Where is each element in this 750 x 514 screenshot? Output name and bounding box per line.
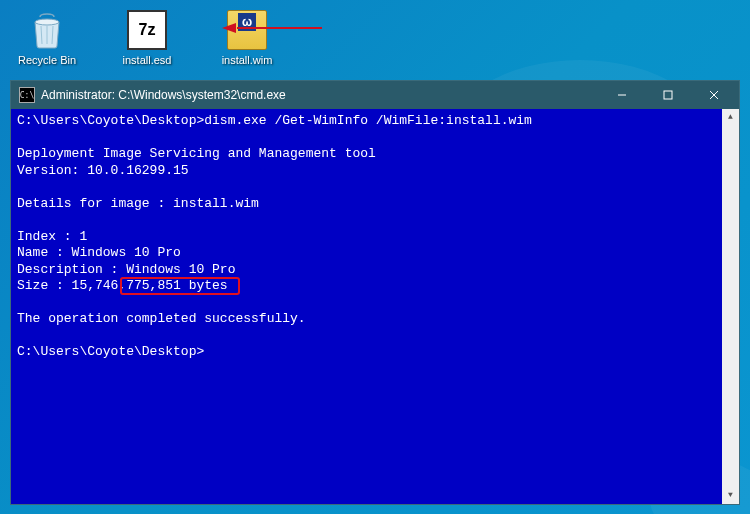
install-wim-icon[interactable]: ω install.wim [212,8,282,66]
cmd-prompt: C:\Users\Coyote\Desktop> [17,344,204,359]
cmd-scrollbar[interactable]: ▲ ▼ [722,109,739,504]
minimize-icon [617,90,627,100]
minimize-button[interactable] [599,81,645,109]
cmd-output-line: Deployment Image Servicing and Managemen… [17,146,376,161]
close-button[interactable] [691,81,737,109]
maximize-button[interactable] [645,81,691,109]
cmd-titlebar[interactable]: C:\ Administrator: C:\Windows\system32\c… [11,81,739,109]
recycle-bin-icon[interactable]: Recycle Bin [12,8,82,66]
cmd-output-line: Name : Windows 10 Pro [17,245,181,260]
cmd-terminal-body[interactable]: C:\Users\Coyote\Desktop>dism.exe /Get-Wi… [11,109,739,504]
svg-point-0 [35,19,59,25]
cmd-output-line: Details for image : install.wim [17,196,259,211]
archive-icon: 7z [127,10,167,50]
icon-label: install.esd [123,54,172,66]
cmd-output-line: Version: 10.0.16299.15 [17,163,189,178]
cmd-output-line: Index : 1 [17,229,87,244]
cmd-command: dism.exe /Get-WimInfo /WimFile:install.w… [204,113,532,128]
cmd-highlighted-value: Windows 10 Pro [126,262,235,277]
install-esd-icon[interactable]: 7z install.esd [112,8,182,66]
svg-rect-7 [664,91,672,99]
cmd-output-line: Size : 15,746,775,851 bytes [17,278,228,293]
cmd-window: C:\ Administrator: C:\Windows\system32\c… [10,80,740,505]
icon-label: install.wim [222,54,273,66]
maximize-icon [663,90,673,100]
cmd-prompt: C:\Users\Coyote\Desktop> [17,113,204,128]
cmd-app-icon: C:\ [19,87,35,103]
trash-icon [25,8,69,52]
annotation-arrow [222,22,322,34]
cmd-output-line: The operation completed successfully. [17,311,306,326]
scroll-track[interactable] [722,126,739,487]
cmd-output-line: Description : [17,262,126,277]
window-title: Administrator: C:\Windows\system32\cmd.e… [41,88,599,102]
svg-marker-5 [222,23,236,33]
close-icon [709,90,719,100]
scroll-down-arrow[interactable]: ▼ [722,487,739,504]
icon-label: Recycle Bin [18,54,76,66]
desktop-icons-area: Recycle Bin 7z install.esd ω install.wim [0,0,750,74]
scroll-up-arrow[interactable]: ▲ [722,109,739,126]
